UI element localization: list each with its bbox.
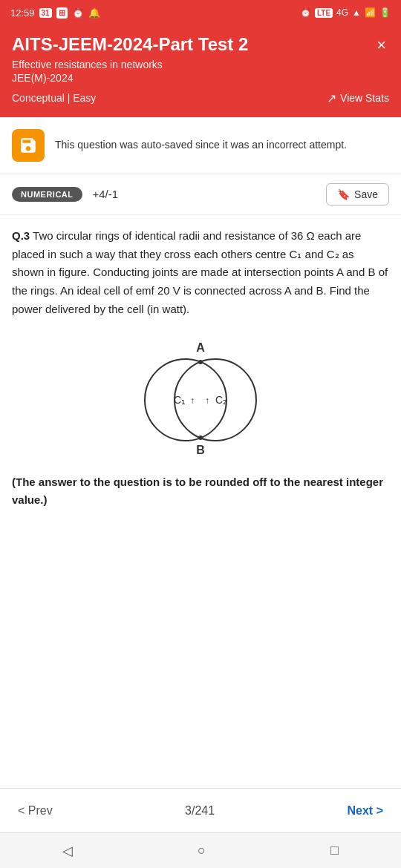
autosave-icon: [12, 129, 45, 162]
view-stats-label: View Stats: [340, 92, 389, 104]
svg-text:↑: ↑: [190, 395, 195, 406]
label-b: B: [196, 444, 205, 456]
app-header: AITS-JEEM-2024-Part Test 2 × Effective r…: [0, 24, 401, 117]
question-counter: 3/241: [185, 804, 215, 818]
network-label: 4G: [336, 7, 348, 18]
circuit-diagram: A B C₁ ↑ C₂ ↑: [126, 329, 275, 463]
status-bar: 12:59 31 ⊞ ⏰ 🔔 ⏰ LTE 4G ▲ 📶 🔋: [0, 0, 401, 24]
prev-button[interactable]: < Prev: [18, 804, 53, 818]
signal-icon: ▲: [352, 7, 361, 18]
status-badge-31: 31: [39, 8, 52, 18]
question-note: (The answer to the question is to be rou…: [12, 473, 389, 510]
location-icon: 🔔: [88, 7, 100, 19]
autosave-text: This question was auto-saved since it wa…: [55, 138, 347, 153]
question-number: Q.3: [12, 229, 30, 242]
save-button[interactable]: 🔖 Save: [326, 183, 389, 206]
lte-badge: LTE: [315, 8, 333, 18]
android-nav: ◁ ○ □: [0, 832, 401, 868]
header-subtitle: Effective resistances in networks: [12, 59, 389, 70]
label-c1: C₁: [174, 394, 186, 406]
label-a: A: [196, 341, 205, 354]
main-card: This question was auto-saved since it wa…: [0, 117, 401, 788]
status-left: 12:59 31 ⊞ ⏰ 🔔: [10, 7, 100, 19]
header-meta: JEE(M)-2024: [12, 72, 389, 84]
wifi-icon: 📶: [365, 7, 376, 18]
label-c2: C₂: [215, 394, 227, 406]
diagram-container: A B C₁ ↑ C₂ ↑: [12, 329, 389, 463]
svg-point-2: [198, 360, 203, 364]
difficulty-label: Conceptual | Easy: [12, 92, 96, 104]
header-bottom: Conceptual | Easy ↗ View Stats: [12, 91, 389, 105]
autosave-notice: This question was auto-saved since it wa…: [0, 117, 401, 174]
back-button[interactable]: ◁: [48, 837, 88, 865]
marks-label: +4/-1: [93, 188, 316, 200]
recent-button[interactable]: □: [316, 837, 353, 864]
view-stats-button[interactable]: ↗ View Stats: [327, 91, 389, 105]
question-content: Two circular rings of identical radii an…: [12, 229, 388, 315]
next-button[interactable]: Next >: [348, 804, 383, 818]
battery-icon: 🔋: [379, 7, 391, 18]
question-text: Q.3 Two circular rings of identical radi…: [12, 227, 389, 319]
status-badge-grid: ⊞: [56, 7, 68, 19]
svg-text:↑: ↑: [205, 395, 209, 406]
question-toolbar: NUMERICAL +4/-1 🔖 Save: [0, 174, 401, 215]
question-body: Q.3 Two circular rings of identical radi…: [0, 215, 401, 788]
alarm-icon: ⏰: [300, 7, 311, 18]
home-button[interactable]: ○: [183, 837, 221, 864]
page-title: AITS-JEEM-2024-Part Test 2: [12, 34, 374, 56]
header-top: AITS-JEEM-2024-Part Test 2 ×: [12, 34, 389, 56]
save-label: Save: [354, 188, 378, 200]
type-badge: NUMERICAL: [12, 187, 82, 202]
status-right: ⏰ LTE 4G ▲ 📶 🔋: [300, 7, 391, 18]
svg-point-3: [198, 435, 203, 440]
navigation-bar: < Prev 3/241 Next >: [0, 788, 401, 832]
clock-icon: ⏰: [72, 7, 84, 19]
bookmark-icon: 🔖: [337, 188, 350, 200]
close-button[interactable]: ×: [374, 36, 389, 55]
stats-chart-icon: ↗: [327, 91, 336, 105]
status-time: 12:59: [10, 7, 35, 19]
